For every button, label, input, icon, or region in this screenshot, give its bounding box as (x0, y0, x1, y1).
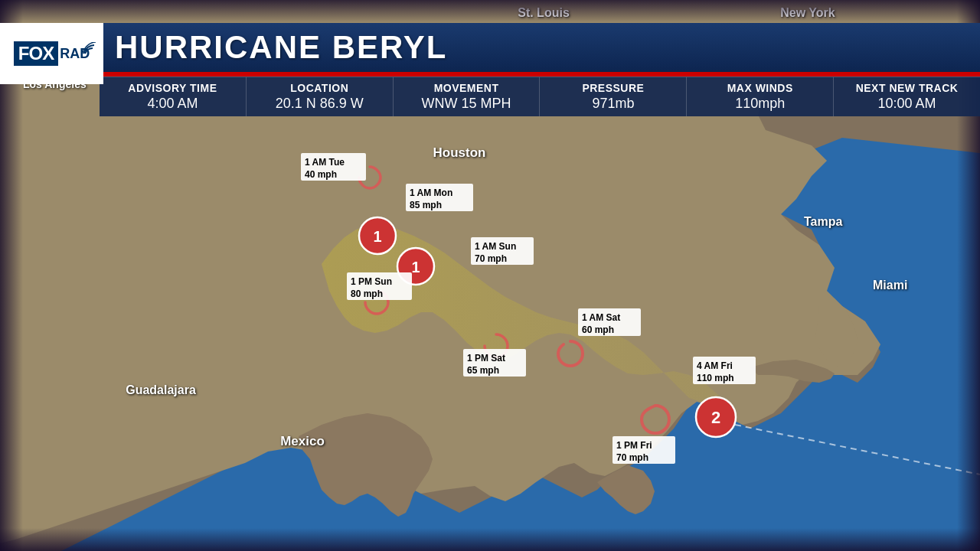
svg-text:1 PM Fri: 1 PM Fri (616, 440, 652, 451)
svg-text:85 mph: 85 mph (410, 200, 442, 210)
svg-text:110 mph: 110 mph (697, 373, 734, 383)
pressure-cell: Pressure 971mb (540, 77, 687, 116)
svg-text:70 mph: 70 mph (616, 452, 648, 463)
svg-text:1 PM Sat: 1 PM Sat (467, 353, 505, 364)
advisory-time-label: Advisory Time (107, 82, 238, 94)
svg-text:80 mph: 80 mph (351, 289, 383, 299)
max-winds-value: 110mph (694, 96, 825, 112)
next-track-cell: Next New Track 10:00 AM (834, 77, 980, 116)
pressure-label: Pressure (547, 82, 678, 94)
max-winds-cell: Max Winds 110mph (687, 77, 834, 116)
location-label: Location (254, 82, 385, 94)
next-track-label: Next New Track (841, 82, 972, 94)
header: HURRICANE BERYL Advisory Time 4:00 AM Lo… (100, 23, 980, 116)
svg-text:40 mph: 40 mph (305, 169, 337, 180)
radar-waves-icon (81, 42, 104, 65)
svg-text:1 AM Tue: 1 AM Tue (305, 157, 345, 168)
svg-text:1 AM Sat: 1 AM Sat (582, 312, 620, 323)
svg-text:1 AM Mon: 1 AM Mon (410, 187, 452, 198)
svg-text:1: 1 (411, 259, 420, 276)
svg-text:Mexico: Mexico (280, 434, 325, 448)
svg-text:1 PM Sun: 1 PM Sun (351, 276, 392, 287)
next-track-value: 10:00 AM (841, 96, 972, 112)
svg-text:4 AM Fri: 4 AM Fri (697, 360, 733, 371)
location-value: 20.1 N 86.9 W (254, 96, 385, 112)
svg-text:60 mph: 60 mph (582, 324, 614, 335)
svg-text:2: 2 (711, 408, 720, 427)
data-bar: Advisory Time 4:00 AM Location 20.1 N 86… (100, 77, 980, 116)
svg-text:Miami: Miami (873, 279, 907, 292)
fox-logo-bar: FOX RAD (0, 23, 103, 84)
svg-text:1: 1 (373, 228, 381, 245)
svg-text:Houston: Houston (433, 145, 486, 160)
fox-text: FOX (18, 43, 54, 64)
movement-value: WNW 15 MPH (401, 96, 532, 112)
svg-text:Tampa: Tampa (804, 215, 842, 228)
advisory-time-value: 4:00 AM (107, 96, 238, 112)
max-winds-label: Max Winds (694, 82, 825, 94)
svg-text:1 AM Sun: 1 AM Sun (475, 241, 516, 252)
svg-text:65 mph: 65 mph (467, 365, 499, 376)
pressure-value: 971mb (547, 96, 678, 112)
movement-label: Movement (401, 82, 532, 94)
title-bar: HURRICANE BERYL (100, 23, 980, 72)
svg-text:Guadalajara: Guadalajara (126, 383, 196, 396)
advisory-time-cell: Advisory Time 4:00 AM (100, 77, 247, 116)
svg-text:70 mph: 70 mph (475, 253, 507, 264)
hurricane-title: HURRICANE BERYL (115, 29, 447, 65)
location-cell: Location 20.1 N 86.9 W (247, 77, 394, 116)
movement-cell: Movement WNW 15 MPH (394, 77, 541, 116)
